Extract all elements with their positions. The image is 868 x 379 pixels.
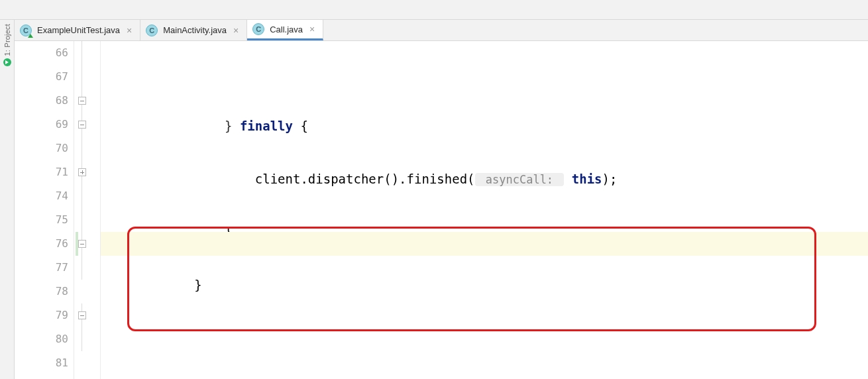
code-editor[interactable]: 666768697071747576@7778798081 } finally … bbox=[15, 41, 868, 379]
line-number: 77 bbox=[15, 256, 74, 280]
line-number: 69 bbox=[15, 113, 74, 136]
fold-toggle-icon[interactable] bbox=[78, 168, 86, 176]
line-number: 79 bbox=[15, 303, 74, 327]
fold-toggle-icon[interactable] bbox=[78, 97, 86, 105]
line-number: 67 bbox=[15, 65, 74, 89]
tab-label: Call.java bbox=[270, 25, 303, 34]
inlay-hint: asyncCall: bbox=[475, 173, 565, 186]
code-line: } finally { bbox=[101, 114, 868, 138]
fold-toggle-icon[interactable] bbox=[78, 311, 86, 319]
line-number: 74 bbox=[15, 184, 74, 208]
code-line: } bbox=[101, 273, 868, 297]
fold-toggle-icon[interactable] bbox=[78, 121, 86, 129]
java-class-icon: C bbox=[252, 23, 264, 35]
code-line: client.dispatcher().finished( asyncCall:… bbox=[101, 167, 868, 191]
line-number: 81 bbox=[15, 351, 74, 375]
project-tool-button[interactable]: 1: Project bbox=[3, 24, 11, 56]
line-number: 76@ bbox=[15, 232, 74, 256]
close-icon[interactable]: × bbox=[308, 24, 316, 34]
vcs-change-marker[interactable] bbox=[76, 232, 78, 256]
left-tool-strip: 1: Project bbox=[0, 20, 15, 379]
line-number: 78 bbox=[15, 280, 74, 303]
editor-tab[interactable]: CCall.java× bbox=[247, 20, 323, 40]
editor-tab[interactable]: CMainActivity.java× bbox=[140, 20, 247, 40]
close-icon[interactable]: × bbox=[232, 25, 240, 36]
run-indicator-icon[interactable] bbox=[3, 58, 11, 66]
line-number: 70 bbox=[15, 136, 74, 160]
current-line-highlight bbox=[101, 232, 868, 256]
code-area[interactable]: } finally { client.dispatcher().finished… bbox=[101, 41, 868, 379]
line-number: 75 bbox=[15, 208, 74, 232]
line-number-gutter: 666768697071747576@7778798081 bbox=[15, 41, 74, 379]
fold-gutter bbox=[74, 41, 101, 379]
tab-label: ExampleUnitTest.java bbox=[37, 25, 120, 35]
editor-tab[interactable]: CExampleUnitTest.java× bbox=[15, 20, 140, 40]
fold-toggle-icon[interactable] bbox=[78, 240, 86, 248]
line-number: 68 bbox=[15, 89, 74, 113]
tab-label: MainActivity.java bbox=[163, 25, 227, 35]
line-number: 80 bbox=[15, 327, 74, 351]
code-line bbox=[101, 326, 868, 350]
line-number: 66 bbox=[15, 41, 74, 65]
close-icon[interactable]: × bbox=[125, 25, 133, 36]
line-number: 71 bbox=[15, 160, 74, 184]
editor-tabs: CExampleUnitTest.java×CMainActivity.java… bbox=[15, 20, 868, 41]
java-class-icon: C bbox=[20, 25, 32, 36]
java-class-icon: C bbox=[146, 25, 158, 36]
main-toolbar bbox=[0, 0, 868, 20]
